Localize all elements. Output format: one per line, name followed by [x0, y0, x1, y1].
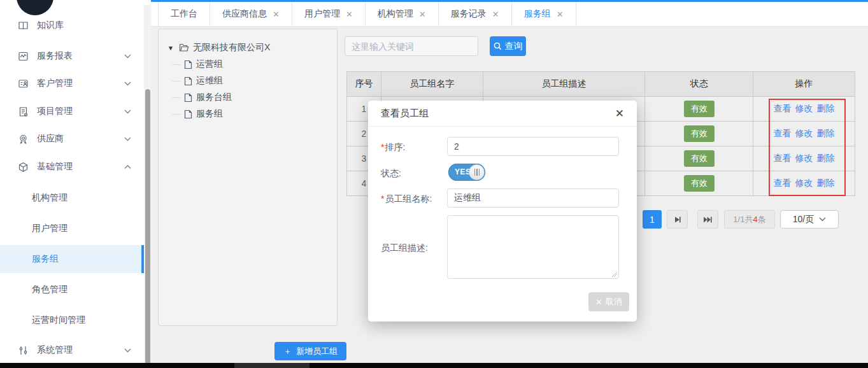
total-count-text: 4 [753, 215, 757, 224]
sidebar-item-label: 项目管理 [37, 106, 73, 117]
tab-close-icon[interactable]: ✕ [419, 10, 426, 19]
plus-icon: ＋ [283, 346, 292, 357]
sidebar-item-system-management[interactable]: 系统管理 [0, 336, 144, 364]
status-badge: 有效 [684, 101, 715, 117]
sidebar-item-label: 基础管理 [37, 161, 73, 173]
medal-icon [17, 133, 29, 145]
document-icon [17, 106, 29, 117]
required-asterisk: * [381, 194, 384, 204]
group-name-input[interactable] [447, 188, 619, 208]
action-delete-link[interactable]: 删除 [817, 103, 835, 113]
tree-node-maintenance-group[interactable]: 运维组 [167, 73, 337, 89]
tab-workbench[interactable]: 工作台 [158, 2, 210, 26]
fast-forward-icon [703, 216, 713, 223]
column-header-desc: 员工组描述 [483, 72, 645, 97]
page-number-button[interactable]: 1 [643, 210, 662, 229]
keyword-search-input[interactable] [345, 36, 478, 56]
file-icon [184, 60, 192, 69]
sidebar-item-operation-time-management[interactable]: 运营时间管理 [0, 306, 144, 334]
cell-actions: 查看修改删除 [753, 171, 855, 196]
action-view-link[interactable]: 查看 [774, 153, 792, 163]
sidebar-scrollbar-thumb[interactable] [145, 89, 150, 364]
cancel-button-label: 取消 [606, 296, 622, 308]
taskbar-strip [0, 363, 868, 368]
tree-node-service-group[interactable]: 服务组 [167, 106, 337, 122]
caret-down-icon[interactable]: ▼ [167, 45, 176, 52]
sidebar: 知识库 服务报表 客户管理 项目管理 供应商 基础管理 机构管理 [0, 0, 144, 363]
sidebar-item-service-reports[interactable]: 服务报表 [0, 42, 144, 70]
tab-supplier-info[interactable]: 供应商信息 ✕ [210, 2, 292, 26]
action-delete-link[interactable]: 删除 [817, 153, 835, 163]
sidebar-item-role-management[interactable]: 角色管理 [0, 276, 144, 304]
cell-status: 有效 [645, 122, 753, 146]
last-page-button[interactable] [697, 210, 718, 229]
page-size-select[interactable]: 10/页 [780, 210, 839, 229]
sidebar-item-label: 运营时间管理 [32, 315, 85, 326]
sidebar-item-org-management[interactable]: 机构管理 [0, 184, 144, 212]
app-window: 知识库 服务报表 客户管理 项目管理 供应商 基础管理 机构管理 [0, 0, 868, 368]
tab-close-icon[interactable]: ✕ [273, 10, 280, 19]
tab-user-management[interactable]: 用户管理 ✕ [292, 2, 366, 26]
tab-service-group[interactable]: 服务组 ✕ [512, 2, 576, 26]
close-icon[interactable]: ✕ [615, 107, 624, 120]
tab-close-icon[interactable]: ✕ [492, 10, 499, 19]
sidebar-scrollbar[interactable] [144, 5, 151, 363]
chevron-up-icon [124, 165, 131, 169]
add-employee-group-button[interactable]: ＋ 新增员工组 [274, 342, 346, 360]
action-edit-link[interactable]: 修改 [795, 153, 813, 163]
table-header-row: 序号 员工组名字 员工组描述 状态 操作 [347, 72, 855, 97]
action-view-link[interactable]: 查看 [774, 128, 792, 138]
status-field-label: 状态: [381, 168, 401, 180]
tree-node-operations-group[interactable]: 运营组 [167, 56, 337, 73]
sort-field-label: *排序: [381, 142, 405, 153]
cube-icon [17, 161, 29, 173]
cell-status: 有效 [645, 146, 753, 171]
tree-node-servicedesk-group[interactable]: 服务台组 [167, 89, 337, 106]
tab-close-icon[interactable]: ✕ [557, 10, 564, 19]
action-edit-link[interactable]: 修改 [795, 178, 813, 188]
action-delete-link[interactable]: 删除 [817, 178, 835, 188]
book-icon [17, 20, 29, 31]
tab-close-icon[interactable]: ✕ [346, 10, 353, 19]
query-button[interactable]: 查询 [490, 36, 526, 56]
sidebar-item-suppliers[interactable]: 供应商 [0, 125, 144, 153]
sidebar-item-label: 系统管理 [37, 344, 73, 356]
group-desc-field-label: 员工组描述: [381, 243, 428, 254]
sidebar-item-user-management[interactable]: 用户管理 [0, 215, 144, 243]
sidebar-item-service-group[interactable]: 服务组 [0, 245, 144, 273]
tab-label: 服务组 [524, 8, 551, 20]
sidebar-item-label: 机构管理 [32, 192, 68, 204]
add-button-label: 新增员工组 [296, 346, 338, 357]
cell-actions: 查看修改删除 [753, 122, 855, 146]
chart-icon [17, 50, 29, 62]
cancel-button[interactable]: ✕ 取消 [588, 292, 629, 311]
column-header-actions: 操作 [753, 72, 855, 97]
action-delete-link[interactable]: 删除 [817, 128, 835, 138]
sidebar-item-project-management[interactable]: 项目管理 [0, 97, 144, 125]
sidebar-item-basic-management[interactable]: 基础管理 [0, 153, 144, 181]
action-view-link[interactable]: 查看 [774, 178, 792, 188]
tab-label: 服务记录 [451, 8, 487, 20]
toggle-knob[interactable] [469, 164, 485, 180]
group-name-field-label: *员工组名称: [381, 194, 432, 205]
toggle-grip-icon [474, 169, 480, 176]
action-edit-link[interactable]: 修改 [795, 103, 813, 113]
status-toggle[interactable]: YES [448, 164, 485, 181]
group-desc-textarea[interactable] [447, 215, 619, 279]
tab-label: 供应商信息 [222, 8, 267, 20]
sidebar-item-label: 用户管理 [32, 223, 68, 234]
tree-node-company[interactable]: ▼ 无限科技有限公司X [167, 39, 337, 56]
action-edit-link[interactable]: 修改 [795, 128, 813, 138]
sidebar-item-knowledge-base[interactable]: 知识库 [0, 11, 144, 39]
tab-org-management[interactable]: 机构管理 ✕ [366, 2, 439, 26]
page-size-value: 10/页 [793, 214, 814, 225]
sidebar-item-customer-management[interactable]: 客户管理 [0, 69, 144, 97]
chevron-down-icon [124, 348, 131, 353]
action-view-link[interactable]: 查看 [774, 103, 792, 113]
tab-service-records[interactable]: 服务记录 ✕ [439, 2, 512, 26]
sort-input[interactable] [447, 137, 619, 156]
search-icon [494, 42, 502, 50]
next-page-button[interactable] [667, 210, 688, 229]
status-badge: 有效 [684, 175, 715, 192]
file-icon [184, 110, 192, 119]
